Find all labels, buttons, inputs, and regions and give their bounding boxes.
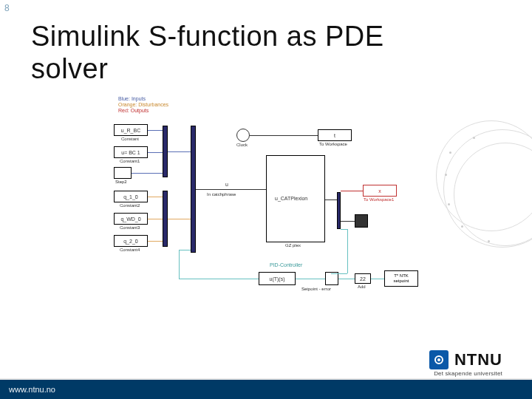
ntnu-logo: NTNU [429,350,502,369]
lbl-constant1: Constant [121,137,139,141]
lbl-clock: Clock [236,143,248,147]
wire-cyan [347,229,348,273]
wire [148,241,163,242]
block-constant-bc1-label: u= BC 1 [121,150,140,155]
dot [449,151,451,154]
block-q1: q_1_0 [114,191,148,202]
dot [473,137,475,139]
block-constant-rbc-label: u_R_BC [121,128,140,133]
block-step [114,167,132,179]
decorative-rings [443,129,532,248]
page-number: 8 [4,3,10,13]
lbl-constant4: Constant3 [120,225,140,230]
slide: 8 Simulink S-function as PDE solver Blue… [0,0,532,399]
mux-main [191,126,196,253]
clock-icon [236,129,250,142]
lbl-setpoint-error: Setpoint - error [301,287,331,291]
wire [148,152,163,153]
logo-text: NTNU [454,350,502,369]
block-q3: q_2_0 [114,235,148,247]
legend-blue: Blue: Inputs [118,96,146,101]
wire [168,151,191,152]
title-line2: solver [31,53,108,84]
block-setpoint: T* NTK setpoint [384,270,418,287]
wire-red [341,191,363,191]
page-title: Simulink S-function as PDE solver [31,21,384,85]
logo-dot-icon [437,358,440,361]
wire-cyan [341,229,347,230]
sfunction-label: u_CATPlexion [275,196,307,201]
block-q3-label: q_2_0 [123,239,137,244]
block-pid: u(T)(s) [259,272,296,285]
logo-tagline: Det skapende universitet [434,370,502,377]
wire-cyan [338,279,355,279]
logo-ring-icon [434,355,443,364]
wire [168,219,191,219]
demux [337,192,341,229]
lbl-to-workspace2: To Workspace1 [364,197,394,202]
wire [250,135,318,136]
wire-cyan [331,273,347,274]
dot [461,225,463,228]
lbl-to-workspace: To Workspace [319,142,347,146]
block-scope [355,214,368,228]
lbl-constant5: Constant4 [120,248,140,252]
wire-cyan [296,279,325,279]
lbl-catchphrase: In catchphrase [207,192,236,197]
wire-cyan [179,250,191,250]
lbl-pid: PID-Controller [270,262,302,267]
block-setpoint-val: 22 [355,273,371,284]
wire [148,219,163,219]
block-q2: q_WD_0 [114,213,148,225]
lbl-add: Add [358,284,366,289]
logo-mark [429,350,449,369]
title-line1: Simulink S-function as PDE [31,21,384,52]
legend-orange: Orange: Disturbances [118,102,168,107]
block-constant-rbc: u_R_BC [114,124,148,136]
wire [341,221,355,222]
block-to-workspace-t: t [318,129,352,141]
mux-orange [163,191,168,247]
lbl-mux-u: u [225,182,228,187]
dot [488,240,490,242]
wire-cyan [179,279,259,279]
simulink-diagram: Blue: Inputs Orange: Disturbances Red: O… [111,96,421,318]
footer-bar [0,380,532,399]
mux-blue [163,126,168,177]
dot [445,174,447,176]
block-to-workspace-x: x [363,185,397,197]
wire [148,197,163,197]
wire [148,130,163,131]
block-q1-label: q_1_0 [123,194,137,200]
sp-line1: T* NTK [394,273,409,279]
wire-cyan [179,250,180,279]
lbl-constant2: Constant1 [120,159,140,163]
block-q2-label: q_WD_0 [120,216,140,222]
to-workspace-t-label: t [334,133,335,138]
pid-block-label: u(T)(s) [270,276,285,282]
dot [448,203,450,205]
wire [325,200,337,200]
sp-line2: setpoint [393,279,409,284]
legend-red: Red: Outputs [118,108,149,113]
lbl-constant3: Constant2 [120,203,140,208]
wire-cyan [371,279,384,279]
setpoint-val-label: 22 [360,276,366,282]
lbl-gz: GZ plex [285,243,301,248]
wire [132,173,163,174]
block-constant-bc1: u= BC 1 [114,146,148,158]
lbl-step: Step2 [115,180,127,184]
wire [196,189,266,190]
footer-url: www.ntnu.no [9,380,55,399]
to-workspace-x-label: x [378,188,381,194]
